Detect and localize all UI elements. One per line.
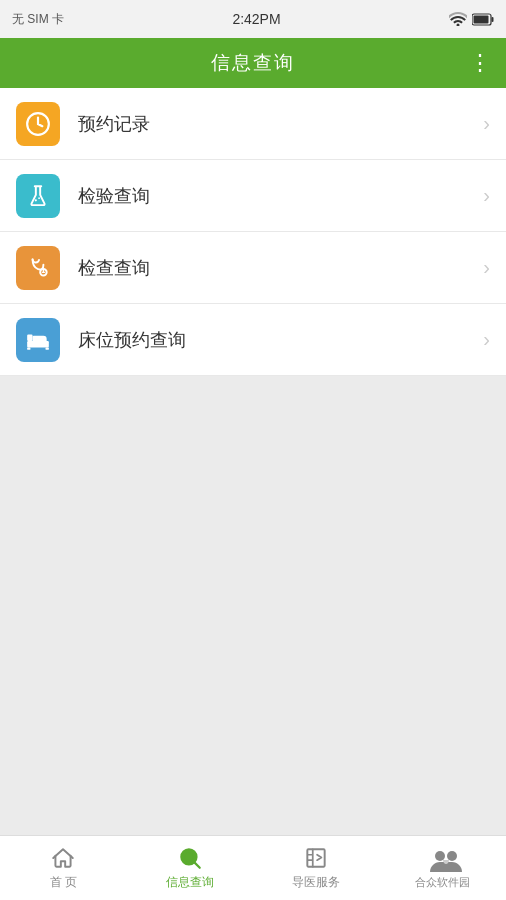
appointment-chevron: › <box>483 112 490 135</box>
svg-rect-10 <box>46 347 49 349</box>
checkup-icon-wrap <box>16 246 60 290</box>
info-nav-icon <box>177 845 203 871</box>
appointment-icon <box>25 111 51 137</box>
brand-logo-icon <box>428 846 458 872</box>
menu-list: 预约记录 › 检验查询 › 检查查询 › <box>0 88 506 376</box>
menu-item-lab[interactable]: 检验查询 › <box>0 160 506 232</box>
info-nav-label: 信息查询 <box>166 874 214 891</box>
home-nav-label: 首 页 <box>50 874 77 891</box>
empty-content-area <box>0 376 506 835</box>
svg-point-13 <box>184 853 193 862</box>
nav-item-brand[interactable]: 合众软件园 <box>380 836 507 900</box>
bed-chevron: › <box>483 328 490 351</box>
lab-label: 检验查询 <box>78 184 483 208</box>
lab-icon <box>25 183 51 209</box>
checkup-label: 检查查询 <box>78 256 483 280</box>
bed-icon-wrap <box>16 318 60 362</box>
guide-nav-label: 导医服务 <box>292 874 340 891</box>
status-icons <box>449 12 494 26</box>
svg-rect-7 <box>27 341 49 348</box>
lab-chevron: › <box>483 184 490 207</box>
page-title: 信息查询 <box>211 50 295 76</box>
checkup-chevron: › <box>483 256 490 279</box>
bed-label: 床位预约查询 <box>78 328 483 352</box>
battery-icon <box>472 13 494 26</box>
svg-point-4 <box>35 199 37 201</box>
wifi-icon <box>449 12 467 26</box>
lab-icon-wrap <box>16 174 60 218</box>
checkup-icon <box>25 255 51 281</box>
menu-item-checkup[interactable]: 检查查询 › <box>0 232 506 304</box>
more-button[interactable]: ⋮ <box>469 50 492 76</box>
svg-point-15 <box>447 851 457 861</box>
carrier-text: 无 SIM 卡 <box>12 11 64 28</box>
bed-icon <box>25 327 51 353</box>
svg-point-14 <box>435 851 445 861</box>
status-bar: 无 SIM 卡 2:42PM <box>0 0 506 38</box>
svg-rect-9 <box>27 347 30 349</box>
time-display: 2:42PM <box>232 11 280 27</box>
svg-rect-2 <box>473 15 488 23</box>
guide-nav-icon <box>303 845 329 871</box>
menu-item-bed[interactable]: 床位预约查询 › <box>0 304 506 376</box>
bottom-navigation: 首 页 信息查询 导医服务 <box>0 835 506 900</box>
home-nav-icon <box>50 845 76 871</box>
svg-rect-1 <box>491 17 493 22</box>
svg-point-5 <box>38 197 40 199</box>
header: 信息查询 ⋮ <box>0 38 506 88</box>
svg-rect-8 <box>27 334 32 341</box>
menu-item-appointment[interactable]: 预约记录 › <box>0 88 506 160</box>
appointment-icon-wrap <box>16 102 60 146</box>
nav-item-info[interactable]: 信息查询 <box>127 836 254 900</box>
nav-item-guide[interactable]: 导医服务 <box>253 836 380 900</box>
svg-line-12 <box>195 863 200 868</box>
nav-item-home[interactable]: 首 页 <box>0 836 127 900</box>
appointment-label: 预约记录 <box>78 112 483 136</box>
brand-nav-label: 合众软件园 <box>415 875 470 890</box>
